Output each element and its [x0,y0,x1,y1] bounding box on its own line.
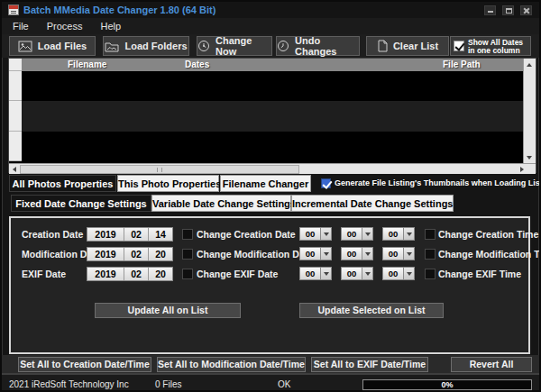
month-value[interactable]: 02 [124,248,148,260]
list-rows-area[interactable] [22,71,523,161]
creation-date-row: Creation Date 2019 02 14 Change Creation… [11,227,528,242]
scrollbar-thumb[interactable] [20,165,299,174]
generate-thumbnails-label: Generate File Listing's Thumbnails when … [335,175,541,192]
tab-this-photo-properties[interactable]: This Photo Properties [117,175,219,192]
calendar-icon-dots [11,11,16,12]
fixed-settings-panel: Creation Date 2019 02 14 Change Creation… [9,216,530,354]
undo-changes-label: Undo Changes [295,35,359,57]
modification-second-select[interactable]: 00 [382,247,415,260]
load-folders-button[interactable]: Load Folders [103,36,189,56]
change-modification-time-checkbox[interactable] [425,249,436,260]
file-count-text: 0 Files [155,375,181,392]
tab-variable-date-settings[interactable]: Variable Date Change Settings [151,195,291,212]
modification-date-input[interactable]: 2019 02 20 [87,247,173,261]
creation-second-select[interactable]: 00 [382,227,415,241]
picture-icon [18,41,32,52]
update-all-button[interactable]: Update All on List [95,303,241,318]
dropdown-arrow-icon[interactable] [362,248,372,260]
dropdown-arrow-icon[interactable] [320,248,331,260]
dropdown-arrow-icon[interactable] [320,268,331,279]
column-file-path[interactable]: File Path [443,59,481,71]
month-value[interactable]: 02 [124,228,148,241]
clear-list-button[interactable]: Clear List [366,36,449,56]
day-value[interactable]: 20 [148,268,172,280]
horizontal-scrollbar[interactable] [9,163,536,174]
year-value[interactable]: 2019 [87,248,124,260]
dropdown-arrow-icon[interactable] [362,268,372,279]
menu-process[interactable]: Process [38,18,92,34]
close-button[interactable] [520,5,532,15]
change-exif-date-label: Change EXIF Date [197,267,278,281]
dropdown-arrow-icon[interactable] [403,268,414,279]
exif-minute-select[interactable]: 00 [341,267,373,280]
column-filename[interactable]: Filename [68,59,106,71]
tab-filename-changer[interactable]: Filename Changer [220,175,311,192]
list-row-band [22,101,523,132]
change-exif-date-checkbox[interactable] [182,269,193,279]
list-row-band [22,71,523,101]
creation-date-input[interactable]: 2019 02 14 [87,227,173,242]
generate-thumbnails-checkbox[interactable] [321,178,331,188]
load-files-label: Load Files [38,41,87,51]
tab-all-photos-properties[interactable]: All Photos Properties [9,175,116,192]
scroll-right-icon[interactable] [517,164,527,174]
update-selected-button[interactable]: Update Selected on List [299,303,444,318]
change-creation-date-label: Change Creation Date [197,227,296,242]
creation-hour-select[interactable]: 00 [299,227,332,241]
set-all-exif-button[interactable]: Set All to EXIF Date/Time [311,357,428,372]
exif-date-row: EXIF Date 2019 02 20 Change EXIF Date 00… [11,267,528,282]
minimize-button[interactable] [484,5,496,15]
change-creation-date-checkbox[interactable] [182,229,193,240]
scroll-up-icon[interactable] [524,59,535,69]
exif-date-input[interactable]: 2019 02 20 [87,267,173,281]
month-value[interactable]: 02 [124,268,148,280]
year-value[interactable]: 2019 [87,228,124,241]
undo-changes-button[interactable]: Undo Changes [276,36,360,56]
tab-incremental-date-settings[interactable]: Incremental Date Change Settings [291,195,454,212]
scroll-down-icon[interactable] [524,152,535,162]
scroll-left-icon[interactable] [9,164,20,174]
change-modification-date-checkbox[interactable] [182,249,193,260]
exif-hour-select[interactable]: 00 [299,267,332,280]
title-bar: Batch MMedia Date Changer 1.80 (64 Bit) [2,2,539,18]
window-controls [484,5,532,15]
dropdown-arrow-icon[interactable] [403,228,414,240]
set-all-creation-button[interactable]: Set All to Creation Date/Time [18,357,151,372]
minimize-icon [488,11,493,13]
show-all-dates-checkbox[interactable] [454,41,464,51]
menu-help[interactable]: Help [91,18,130,34]
exif-second-select[interactable]: 00 [382,267,415,280]
dropdown-arrow-icon[interactable] [403,248,414,260]
list-header: Filename Dates File Path [22,59,523,71]
exif-date-label: EXIF Date [22,267,66,281]
revert-all-button[interactable]: Revert All [451,357,532,372]
change-now-label: Change Now [215,35,271,57]
modification-minute-select[interactable]: 00 [341,247,373,260]
load-files-button[interactable]: Load Files [9,36,96,56]
change-modification-date-label: Change Modification Date [197,247,313,261]
change-creation-time-checkbox[interactable] [425,229,436,240]
dropdown-arrow-icon[interactable] [362,228,372,240]
day-value[interactable]: 20 [148,248,172,260]
maximize-icon [506,8,512,14]
status-bar: 2021 iRedSoft Technology Inc 0 Files OK … [2,373,539,392]
tab-fixed-date-settings[interactable]: Fixed Date Change Settings [11,195,151,212]
creation-minute-select[interactable]: 00 [341,227,373,241]
day-value[interactable]: 14 [148,228,172,241]
file-list: Filename Dates File Path [8,58,536,173]
document-icon [377,40,388,52]
column-dates[interactable]: Dates [185,59,209,71]
menu-file[interactable]: File [4,18,38,34]
year-value[interactable]: 2019 [87,268,124,280]
show-all-dates-group: Show All Dates in one column [450,36,531,56]
change-exif-time-checkbox[interactable] [425,269,436,279]
set-all-modification-button[interactable]: Set All to Modification Date/Time [157,357,306,372]
change-now-button[interactable]: Change Now [197,36,272,56]
change-exif-time-label: Change EXIF Time [438,267,521,281]
vertical-scrollbar[interactable] [523,59,536,163]
bottom-button-strip: Set All to Creation Date/Time Set All to… [2,355,539,373]
maximize-button[interactable] [502,5,514,15]
calendar-icon-top [9,5,18,9]
dropdown-arrow-icon[interactable] [320,228,331,240]
modification-hour-select[interactable]: 00 [299,247,332,260]
